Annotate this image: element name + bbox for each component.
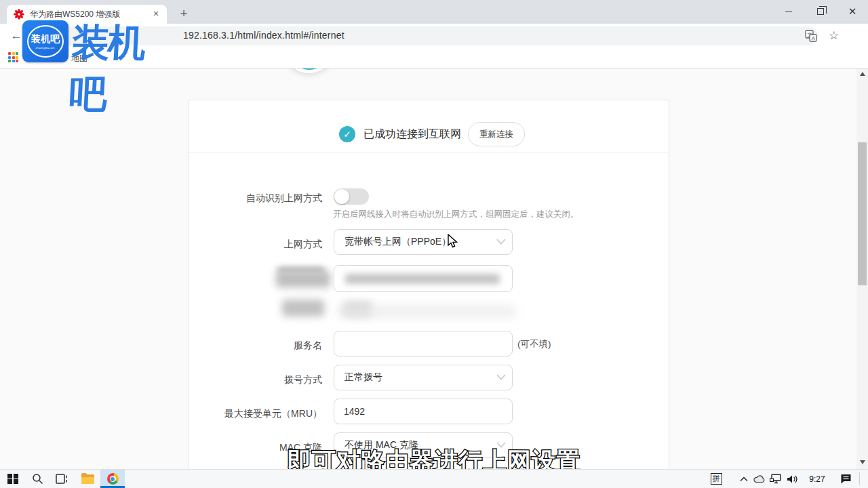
connection-status-header: ✓ 已成功连接到互联网 重新连接 bbox=[189, 100, 669, 153]
auto-detect-hint: 开启后网线接入时将自动识别上网方式，组网固定后，建议关闭。 bbox=[333, 209, 579, 220]
window-minimize-button[interactable]: ─ bbox=[773, 0, 804, 22]
chrome-taskbar-button[interactable] bbox=[100, 470, 125, 488]
ime-pinyin-badge: 拼 bbox=[711, 473, 722, 485]
auto-detect-label: 自动识别上网方式 bbox=[189, 191, 322, 205]
dial-mode-label: 拨号方式 bbox=[189, 373, 322, 386]
blurred-account-value bbox=[345, 274, 500, 284]
window-restore-button[interactable] bbox=[805, 0, 836, 22]
dial-mode-dropdown[interactable]: 正常拨号 bbox=[334, 365, 513, 390]
router-settings-page: ✓ 已成功连接到互联网 重新连接 自动识别上网方式 开启后网线接入时将自动识别上… bbox=[0, 68, 868, 469]
task-view-button[interactable] bbox=[50, 470, 73, 488]
action-center-button[interactable] bbox=[835, 470, 856, 488]
network-tray-icon[interactable] bbox=[768, 470, 784, 488]
mouse-cursor bbox=[447, 234, 460, 249]
bookmarks-bar: 地图 bbox=[0, 47, 868, 68]
translate-icon[interactable]: 文 A bbox=[805, 30, 817, 42]
huawei-favicon-icon bbox=[14, 9, 24, 20]
tray-expand-button[interactable] bbox=[736, 470, 751, 488]
taskbar-search-button[interactable] bbox=[26, 470, 49, 488]
windows-taskbar: 拼 9:27 bbox=[0, 469, 868, 488]
volume-tray-icon[interactable] bbox=[784, 470, 800, 488]
browser-tab[interactable]: 华为路由WS5200 增强版 × bbox=[7, 5, 167, 24]
notification-icon bbox=[840, 474, 852, 484]
speaker-icon bbox=[787, 474, 798, 484]
svg-text:A: A bbox=[811, 35, 815, 41]
apps-grid-icon[interactable] bbox=[8, 52, 19, 63]
chevron-down-icon bbox=[496, 374, 506, 380]
folder-icon bbox=[81, 474, 94, 484]
service-name-label: 服务名 bbox=[189, 338, 322, 352]
screen: 华为路由WS5200 增强版 × + ─ ✕ ← 192.168.3.1/htm… bbox=[0, 0, 868, 488]
browser-titlebar: 华为路由WS5200 增强版 × + ─ ✕ bbox=[0, 0, 868, 24]
onedrive-tray-icon[interactable] bbox=[751, 470, 768, 488]
success-check-icon: ✓ bbox=[339, 126, 355, 142]
internet-mode-dropdown[interactable]: 宽带帐号上网（PPPoE） bbox=[334, 229, 513, 255]
address-bar[interactable]: 192.168.3.1/html/index.html#/internet 文 … bbox=[28, 26, 818, 45]
service-name-note: (可不填) bbox=[517, 338, 551, 350]
blurred-password-label bbox=[282, 300, 324, 317]
back-button[interactable]: ← bbox=[8, 28, 24, 44]
video-subtitle: 即可对路由器进行上网设置 bbox=[0, 445, 868, 469]
new-tab-button[interactable]: + bbox=[175, 5, 193, 23]
start-button[interactable] bbox=[1, 470, 24, 488]
restore-icon bbox=[817, 8, 824, 15]
auto-detect-toggle[interactable] bbox=[334, 188, 369, 205]
dial-mode-value: 正常拨号 bbox=[344, 371, 382, 384]
bookmark-star-icon[interactable]: ☆ bbox=[829, 28, 839, 43]
cloud-icon bbox=[753, 474, 766, 483]
show-desktop-divider[interactable] bbox=[859, 472, 860, 485]
browser-toolbar: ← 192.168.3.1/html/index.html#/internet … bbox=[0, 24, 868, 47]
url-text: 192.168.3.1/html/index.html#/internet bbox=[183, 30, 344, 41]
chevron-up-icon bbox=[740, 476, 748, 482]
task-view-icon bbox=[56, 474, 68, 484]
windows-logo-icon bbox=[7, 474, 18, 485]
file-explorer-button[interactable] bbox=[76, 470, 99, 488]
connection-status-text: 已成功连接到互联网 bbox=[363, 127, 461, 142]
reconnect-button[interactable]: 重新连接 bbox=[468, 122, 525, 146]
window-close-button[interactable]: ✕ bbox=[837, 0, 868, 22]
blurred-account-label-2 bbox=[276, 271, 330, 287]
scrollbar-thumb[interactable] bbox=[858, 142, 867, 285]
service-name-input[interactable] bbox=[334, 331, 513, 357]
scrollbar-up-arrow[interactable] bbox=[860, 72, 865, 76]
tab-title: 华为路由WS5200 增强版 bbox=[30, 9, 151, 20]
tab-close-icon[interactable]: × bbox=[151, 9, 161, 20]
search-icon bbox=[32, 473, 43, 485]
chevron-down-icon bbox=[496, 239, 506, 245]
account-input-blurred[interactable] bbox=[334, 265, 513, 292]
blurred-password-row bbox=[338, 307, 515, 316]
internet-globe-icon bbox=[284, 68, 334, 73]
internet-settings-card: ✓ 已成功连接到互联网 重新连接 自动识别上网方式 开启后网线接入时将自动识别上… bbox=[188, 100, 669, 469]
ethernet-icon bbox=[770, 474, 782, 484]
mru-input[interactable] bbox=[334, 399, 513, 424]
mru-label: 最大接受单元（MRU） bbox=[189, 407, 322, 420]
taskbar-clock[interactable]: 9:27 bbox=[802, 470, 833, 488]
bookmark-item-map[interactable]: 地图 bbox=[68, 52, 90, 65]
chrome-icon bbox=[107, 473, 119, 485]
ime-indicator[interactable]: 拼 bbox=[708, 470, 724, 488]
toggle-knob bbox=[334, 189, 349, 204]
internet-mode-label: 上网方式 bbox=[189, 237, 322, 251]
internet-mode-value: 宽带帐号上网（PPPoE） bbox=[344, 236, 451, 248]
